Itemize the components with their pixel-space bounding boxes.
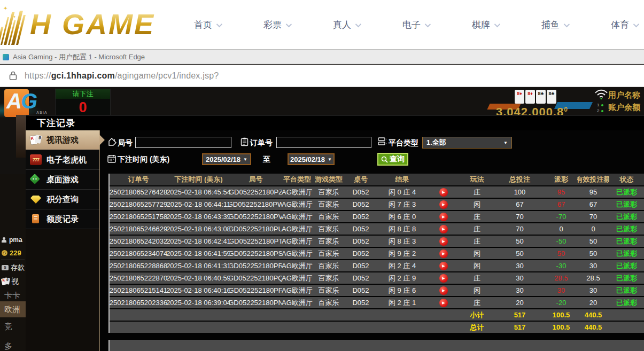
platform-type-select[interactable]: 1.全部▼ (422, 137, 512, 149)
ag-letter-g: G (21, 89, 36, 113)
ag-letter-a: A (6, 89, 21, 113)
grand-total-row-cell (345, 322, 377, 333)
cell-platform-value: AG欧洲厅 (282, 298, 313, 308)
cell-valid-bet: 50 (577, 236, 609, 247)
play-video-button[interactable]: ▶ (439, 274, 448, 283)
subtotal-row-cell: 小计 (460, 309, 494, 321)
cell-order-no: 250218065222870 (110, 272, 167, 284)
grand-total-row-cell (377, 322, 428, 333)
header-cell: 玩法 (460, 174, 494, 185)
modal-menu-label: 桌面游戏 (46, 175, 79, 185)
url-text[interactable]: https://gci.1hhapi.com/agingame/pcv1/ind… (25, 71, 219, 81)
cell-table-no: D052 (345, 211, 377, 222)
header-cell: 局号 (230, 174, 282, 185)
lobby-item-card[interactable]: 卡卡 (4, 291, 20, 301)
chevron-down-icon (564, 21, 570, 27)
cell-result-value: 闲 9 庄 6 (389, 286, 416, 295)
cell-status-value: 已派彩 (616, 274, 637, 283)
nav-item-1[interactable]: 首页 (173, 0, 242, 50)
cell-platform: AG欧洲厅 (282, 223, 313, 235)
cell-payout-value: 28.5 (554, 274, 568, 282)
play-video-button[interactable]: ▶ (439, 188, 448, 197)
modal-menu-item-2[interactable]: 777电子老虎机 (26, 150, 99, 170)
subtotal-row-cell: 517 (494, 309, 545, 321)
header-cell: 状态 (609, 174, 644, 185)
order-no-input[interactable] (276, 137, 371, 148)
cell-platform-value: AG欧洲厅 (282, 237, 313, 246)
nav-item-4[interactable]: 电子 (381, 0, 451, 50)
header-cell: 桌号 (345, 174, 377, 185)
play-video-button[interactable]: ▶ (439, 286, 448, 295)
modal-menu-item-1[interactable]: K9视讯游戏 (26, 130, 99, 150)
cell-bet-time: 2025-02-18 06:43:39 (167, 211, 230, 222)
cell-play-type-value: 闲 (474, 249, 480, 259)
url-bar[interactable]: https://gci.1hhapi.com/agingame/pcv1/ind… (0, 65, 644, 87)
subtotal-row-cell (428, 309, 460, 321)
grand-total-row-cell (230, 322, 282, 333)
cell-result: 闲 8 庄 3 (377, 236, 428, 247)
cell-total-bet: 50 (494, 236, 545, 247)
play-video-button[interactable]: ▶ (439, 299, 448, 307)
cell-bet-time: 2025-02-18 06:43:08 (167, 223, 230, 235)
play-video-button[interactable]: ▶ (439, 213, 448, 221)
lobby-item-europe[interactable]: 欧洲 (0, 301, 26, 317)
modal-menu-item-4[interactable]: 积分查询 (26, 190, 99, 209)
lobby-item-jing[interactable]: 竞 (4, 322, 12, 332)
play-video-button[interactable]: ▶ (439, 200, 448, 209)
play-video-button[interactable]: ▶ (439, 225, 448, 233)
modal-menu-item-3[interactable]: 桌面游戏 (26, 170, 99, 190)
deposit-button[interactable]: $存款 (2, 263, 25, 272)
cell-bet-time-value: 2025-02-18 06:45:54 (167, 188, 230, 196)
cell-round-no: GD052252180PR (230, 260, 282, 271)
nav-item-7[interactable]: 体育 (589, 0, 644, 50)
cell-play-type: 闲 (460, 199, 494, 210)
nav-item-3[interactable]: 真人 (312, 0, 381, 50)
date-to-picker[interactable]: 2025/02/18▼ (288, 153, 335, 165)
edge-title-bar: Asia Gaming - 用户配置 1 - Microsoft Edge (0, 50, 644, 64)
play-video-button[interactable]: ▶ (439, 237, 448, 246)
cell-total-bet: 20 (494, 297, 545, 308)
round-no-input[interactable] (135, 137, 231, 148)
nav-item-2[interactable]: 彩票 (242, 0, 312, 50)
url-path: /agingame/pcv1/index.jsp? (115, 71, 219, 80)
subtotal-row-cell: 100.5 (545, 309, 577, 321)
lobby-item-duo[interactable]: 多 (4, 341, 12, 351)
cell-order-no-value: 250218065228868 (110, 262, 167, 270)
search-button[interactable]: 查询 (377, 153, 408, 166)
cell-game-type: 百家乐 (313, 223, 345, 235)
cell-valid-bet-value: 20 (589, 299, 597, 307)
cell-valid-bet: 95 (577, 186, 609, 198)
cell-valid-bet: 70 (577, 211, 609, 222)
nav-item-6[interactable]: 捕鱼 (520, 0, 589, 50)
cell-round-no: GD052252180PQ (230, 272, 282, 284)
cell-order-no-value: 250218065222870 (110, 274, 167, 282)
edge-window-icon (3, 54, 9, 60)
cell-order-no: 250218065251758 (110, 211, 167, 222)
cell-payout: 95 (545, 186, 577, 198)
cell-game-type: 百家乐 (313, 285, 345, 296)
modal-menu-label: 电子老虎机 (46, 155, 87, 165)
modal-menu-item-5[interactable]: 额度记录 (26, 209, 99, 229)
play-video-button[interactable]: ▶ (439, 262, 448, 270)
cell-table-no: D052 (345, 297, 377, 308)
cell-round-no-value: GD052252180PS (230, 249, 282, 258)
cell-round-no-value: GD052252180PW (230, 200, 282, 208)
play-video-button[interactable]: ▶ (439, 249, 448, 258)
cell-valid-bet-value: 95 (589, 188, 597, 196)
subtotal-row-cell (313, 309, 345, 321)
cell-valid-bet: 50 (577, 248, 609, 259)
cell-bet-time-value: 2025-02-18 06:43:39 (167, 213, 230, 221)
cell-round-no-value: GD052252180PP (230, 286, 282, 294)
cell-order-no: 250218065246629 (110, 223, 167, 235)
lobby-item-video[interactable]: K9视 (2, 277, 19, 286)
cell-order-no-value: 250218065257729 (110, 200, 167, 208)
cell-bet-time: 2025-02-18 06:41:31 (167, 260, 230, 271)
cell-total-bet-value: 30 (516, 262, 523, 270)
cell-total-bet: 30 (494, 260, 545, 271)
date-from-picker[interactable]: 2025/02/18▼ (202, 153, 251, 165)
logo-bars-icon (0, 11, 27, 45)
nav-item-5[interactable]: 棋牌 (451, 0, 520, 50)
playing-card: 8♦ (515, 90, 524, 104)
betting-records-modal: 下注记录 K9视讯游戏777电子老虎机桌面游戏积分查询额度记录 局号 订单号 平… (26, 115, 644, 351)
site-logo[interactable]: ✦ ✦ H GAME (0, 3, 166, 47)
